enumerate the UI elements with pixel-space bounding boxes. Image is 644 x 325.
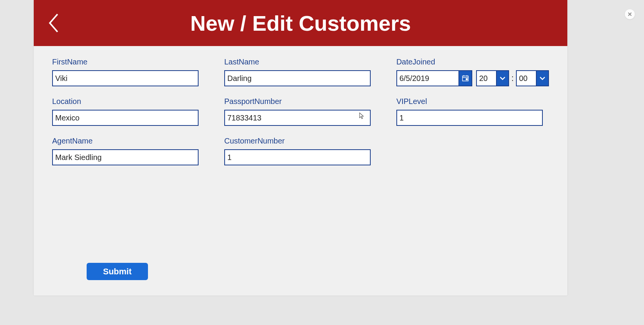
firstname-input[interactable] — [52, 70, 199, 86]
minute-value: 00 — [516, 70, 536, 86]
header-bar: New / Edit Customers — [34, 0, 567, 46]
submit-button[interactable]: Submit — [87, 263, 148, 280]
label-lastname: LastName — [224, 58, 373, 66]
field-firstname: FirstName — [52, 58, 201, 86]
location-input[interactable] — [52, 110, 199, 126]
viplevel-input[interactable] — [396, 110, 543, 126]
svg-rect-2 — [466, 79, 467, 80]
back-button[interactable] — [45, 11, 62, 35]
field-lastname: LastName — [224, 58, 373, 86]
date-input[interactable] — [396, 70, 458, 86]
minute-select[interactable]: 00 — [516, 70, 549, 86]
hour-value: 20 — [476, 70, 496, 86]
label-viplevel: VIPLevel — [396, 97, 549, 106]
time-separator: : — [511, 73, 514, 83]
label-firstname: FirstName — [52, 58, 201, 66]
close-icon — [628, 12, 632, 16]
label-customernumber: CustomerNumber — [224, 137, 373, 145]
customernumber-input[interactable] — [224, 149, 371, 165]
form-panel: New / Edit Customers FirstName LastName … — [34, 0, 567, 295]
label-agentname: AgentName — [52, 137, 201, 145]
passportnumber-input[interactable] — [224, 110, 371, 126]
label-passportnumber: PassportNumber — [224, 97, 373, 106]
close-button[interactable] — [625, 9, 635, 19]
chevron-down-icon — [539, 76, 546, 81]
field-location: Location — [52, 97, 201, 126]
field-viplevel: VIPLevel — [396, 97, 549, 126]
field-agentname: AgentName — [52, 137, 201, 165]
chevron-left-icon — [48, 12, 60, 34]
calendar-icon — [462, 75, 469, 82]
label-datejoined: DateJoined — [396, 58, 549, 66]
field-customernumber: CustomerNumber — [224, 137, 373, 165]
date-picker-button[interactable] — [458, 70, 472, 86]
label-location: Location — [52, 97, 201, 106]
field-datejoined: DateJoined 20 — [396, 58, 549, 86]
form-grid: FirstName LastName DateJoined — [34, 46, 567, 165]
hour-select[interactable]: 20 — [476, 70, 509, 86]
hour-dropdown-button[interactable] — [496, 70, 509, 86]
page-title: New / Edit Customers — [34, 11, 567, 36]
datejoined-controls: 20 : 00 — [396, 70, 549, 86]
date-input-wrap — [396, 70, 472, 86]
field-passportnumber: PassportNumber — [224, 97, 373, 126]
chevron-down-icon — [499, 76, 506, 81]
lastname-input[interactable] — [224, 70, 371, 86]
minute-dropdown-button[interactable] — [536, 70, 549, 86]
agentname-input[interactable] — [52, 149, 199, 165]
